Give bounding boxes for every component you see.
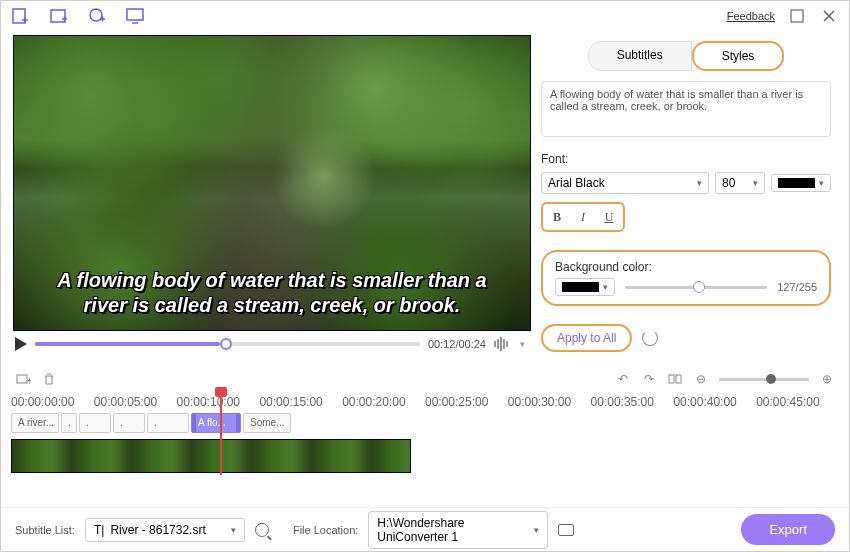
- subtitle-file-icon: T|: [94, 523, 104, 537]
- refresh-media-icon[interactable]: [87, 6, 107, 26]
- redo-icon[interactable]: ↷: [641, 371, 657, 387]
- opacity-slider[interactable]: [625, 286, 767, 289]
- subtitle-text-input[interactable]: [541, 81, 831, 137]
- video-frame[interactable]: A flowing body of water that is smaller …: [13, 35, 531, 331]
- export-button[interactable]: Export: [741, 514, 835, 545]
- svg-rect-1: [51, 10, 65, 22]
- font-size-select[interactable]: 80▾: [715, 172, 765, 194]
- add-clip-icon[interactable]: +: [15, 371, 31, 387]
- svg-rect-0: [13, 9, 25, 23]
- bg-color-label: Background color:: [555, 260, 817, 274]
- clip[interactable]: .: [147, 413, 189, 433]
- zoom-in-icon[interactable]: ⊕: [819, 371, 835, 387]
- bg-color-select[interactable]: ▾: [555, 278, 615, 296]
- add-media-icon[interactable]: [49, 6, 69, 26]
- play-button[interactable]: [15, 337, 27, 351]
- underline-button[interactable]: U: [598, 207, 620, 227]
- reset-icon[interactable]: [642, 330, 658, 346]
- font-label: Font:: [541, 152, 831, 166]
- italic-button[interactable]: I: [572, 207, 594, 227]
- zoom-slider[interactable]: [719, 378, 809, 381]
- chevron-down-icon[interactable]: ▾: [520, 339, 525, 349]
- svg-rect-7: [669, 375, 674, 383]
- tab-styles[interactable]: Styles: [692, 41, 785, 71]
- timeline-ruler[interactable]: 00:00:00:00 00:00:05:00 00:00:10:00 00:0…: [1, 393, 849, 411]
- clip[interactable]: Some...: [243, 413, 291, 433]
- subtitle-file-select[interactable]: T| River - 861732.srt ▾: [85, 518, 245, 542]
- file-location-input[interactable]: H:\Wondershare UniConverter 1▾: [368, 511, 548, 549]
- zoom-out-icon[interactable]: ⊖: [693, 371, 709, 387]
- add-file-icon[interactable]: [11, 6, 31, 26]
- svg-rect-3: [127, 9, 143, 20]
- video-preview: A flowing body of water that is smaller …: [1, 31, 531, 365]
- clip[interactable]: .: [61, 413, 77, 433]
- delete-clip-icon[interactable]: [41, 371, 57, 387]
- font-family-select[interactable]: Arial Black▾: [541, 172, 709, 194]
- feedback-link[interactable]: Feedback: [727, 10, 775, 22]
- progress-bar[interactable]: [35, 342, 420, 346]
- time-display: 00:12/00:24: [428, 338, 486, 350]
- undo-icon[interactable]: ↶: [615, 371, 631, 387]
- subtitle-track[interactable]: A river... . . . . A flo... Some...: [1, 411, 849, 435]
- browse-folder-icon[interactable]: [558, 524, 574, 536]
- file-location-label: File Location:: [293, 524, 358, 536]
- opacity-value: 127/255: [777, 281, 817, 293]
- split-icon[interactable]: [667, 371, 683, 387]
- search-icon[interactable]: [255, 523, 269, 537]
- screen-icon[interactable]: [125, 6, 145, 26]
- clip[interactable]: A river...: [11, 413, 59, 433]
- svg-text:+: +: [26, 374, 31, 387]
- tab-subtitles[interactable]: Subtitles: [588, 41, 692, 71]
- maximize-icon[interactable]: [787, 6, 807, 26]
- svg-rect-8: [676, 375, 681, 383]
- font-color-select[interactable]: ▾: [771, 174, 831, 192]
- bold-button[interactable]: B: [546, 207, 568, 227]
- apply-all-button[interactable]: Apply to All: [541, 324, 632, 352]
- clip[interactable]: .: [79, 413, 111, 433]
- video-track[interactable]: [11, 439, 411, 473]
- svg-rect-4: [791, 10, 803, 22]
- clip-active[interactable]: A flo...: [191, 413, 241, 433]
- volume-icon[interactable]: [494, 337, 512, 351]
- clip[interactable]: .: [113, 413, 145, 433]
- playhead[interactable]: [220, 393, 222, 475]
- subtitle-list-label: Subtitle List:: [15, 524, 75, 536]
- close-icon[interactable]: [819, 6, 839, 26]
- subtitle-overlay: A flowing body of water that is smaller …: [14, 268, 530, 318]
